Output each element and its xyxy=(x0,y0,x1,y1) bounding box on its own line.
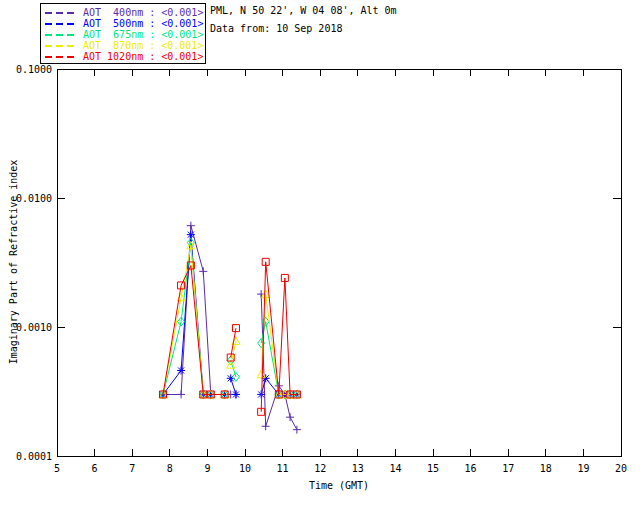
legend-dash-sample xyxy=(45,56,78,58)
x-tick-label: 11 xyxy=(277,463,289,474)
x-tick-label: 10 xyxy=(239,463,251,474)
x-tick-label: 5 xyxy=(54,463,60,474)
x-tick-label: 16 xyxy=(465,463,477,474)
data-point-markers xyxy=(160,238,301,399)
legend-entry-label: AOT 870nm : <0.001> xyxy=(83,40,203,51)
legend-entry: AOT 500nm : <0.001> xyxy=(45,18,205,29)
x-tick-label: 17 xyxy=(502,463,514,474)
legend-entry-label: AOT 500nm : <0.001> xyxy=(83,18,203,29)
series-layer xyxy=(159,222,301,434)
series-aot-675nm xyxy=(160,238,301,399)
series-line xyxy=(261,294,297,430)
x-tick-label: 12 xyxy=(314,463,326,474)
legend-entry-label: AOT 400nm : <0.001> xyxy=(83,7,203,18)
date-line: Data from: 10 Sep 2018 xyxy=(210,23,397,41)
legend-entry: AOT 1020nm : <0.001> xyxy=(45,51,205,62)
legend-dash-sample xyxy=(45,23,78,25)
x-tick-label: 18 xyxy=(540,463,552,474)
plot-svg: 5678910111213141516171819200.10000.01000… xyxy=(0,0,640,512)
y-tick-label: 0.1000 xyxy=(16,64,52,75)
x-tick-label: 15 xyxy=(427,463,439,474)
data-point-markers xyxy=(159,222,301,434)
station-title: PML, N 50 22', W 04 08', Alt 0m xyxy=(210,5,397,23)
plot-frame xyxy=(57,69,621,456)
x-tick-label: 6 xyxy=(92,463,98,474)
x-tick-label: 14 xyxy=(389,463,401,474)
series-line xyxy=(163,235,225,395)
legend-entry: AOT 870nm : <0.001> xyxy=(45,40,205,51)
header-block: PML, N 50 22', W 04 08', Alt 0m Data fro… xyxy=(210,5,397,41)
series-line xyxy=(261,262,297,412)
x-axis-title: Time (GMT) xyxy=(309,480,369,491)
series-line xyxy=(163,226,225,395)
x-tick-label: 8 xyxy=(167,463,173,474)
series-aot-400nm xyxy=(159,222,301,434)
axis-ticks xyxy=(57,69,621,456)
y-tick-label: 0.0001 xyxy=(16,451,52,462)
y-tick-label: 0.0100 xyxy=(16,193,52,204)
legend-entry: AOT 675nm : <0.001> xyxy=(45,29,205,40)
legend-entry-label: AOT 675nm : <0.001> xyxy=(83,29,203,40)
legend-entry: AOT 400nm : <0.001> xyxy=(45,7,205,18)
legend-box: AOT 400nm : <0.001>AOT 500nm : <0.001>AO… xyxy=(40,3,206,64)
tick-labels: 5678910111213141516171819200.10000.01000… xyxy=(16,64,627,475)
plot-page: { "chart_data": { "type": "line", "title… xyxy=(0,0,640,512)
series-line xyxy=(163,243,225,395)
x-tick-label: 7 xyxy=(129,463,135,474)
legend-entry-label: AOT 1020nm : <0.001> xyxy=(83,51,203,62)
x-tick-label: 20 xyxy=(615,463,627,474)
y-tick-label: 0.0010 xyxy=(16,322,52,333)
legend-dash-sample xyxy=(45,45,78,47)
x-tick-label: 19 xyxy=(577,463,589,474)
x-tick-label: 13 xyxy=(352,463,364,474)
y-axis-title: Imaginary Part of Refractive index xyxy=(8,160,19,365)
x-tick-label: 9 xyxy=(204,463,210,474)
legend-dash-sample xyxy=(45,34,78,36)
legend-dash-sample xyxy=(45,12,78,14)
